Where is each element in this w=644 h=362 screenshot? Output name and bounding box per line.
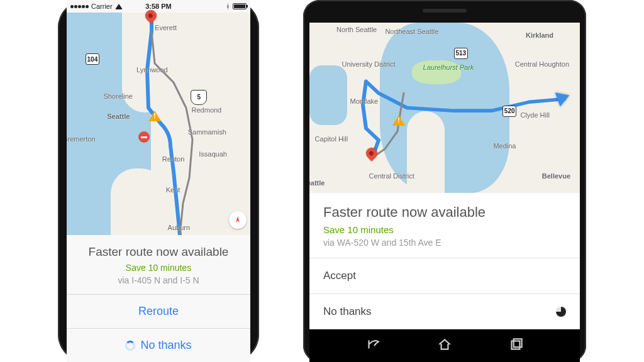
sheet-savings: Save 10 minutes (323, 224, 566, 235)
map-label: Sammamish (188, 128, 226, 136)
map-label: Northeast Seattle (385, 28, 438, 35)
reroute-sheet: Faster route now available Save 10 minut… (67, 235, 250, 362)
route-shield-520: 520 (502, 106, 516, 117)
map-label: Seattle (107, 112, 130, 120)
map-label: Central Houghton (515, 60, 569, 68)
map-label: Central District (369, 172, 414, 180)
countdown-icon (556, 307, 566, 317)
map-label: University District (342, 60, 396, 68)
compass-button[interactable] (229, 211, 247, 229)
sheet-via: via I-405 N and I-5 N (78, 275, 239, 285)
svg-marker-0 (236, 216, 240, 222)
map-label: Renton (162, 155, 184, 163)
map-label: Issaquah (199, 150, 227, 158)
reroute-sheet: Faster route now available Save 10 minut… (309, 193, 580, 329)
map-label: Lynnwood (136, 66, 168, 74)
map-label: Capitol Hill (315, 135, 348, 143)
svg-rect-2 (514, 339, 522, 347)
status-time: 3:58 PM (67, 3, 250, 10)
battery-icon (233, 3, 247, 9)
map-label: Kent (166, 186, 180, 194)
route-shield-513: 513 (454, 48, 468, 59)
sheet-via: via WA-520 W and 15th Ave E (323, 238, 566, 248)
map-label: Everett (155, 24, 177, 31)
hazard-icon: ! (392, 115, 405, 128)
sheet-title: Faster route now available (323, 204, 566, 221)
sheet-title: Faster route now available (78, 245, 239, 259)
recent-apps-button[interactable] (508, 336, 525, 355)
route-shield-104: 104 (86, 53, 99, 65)
sheet-savings: Save 10 minutes (78, 263, 239, 273)
map-label: Laurelhurst Park (423, 63, 474, 71)
reroute-button[interactable]: Reroute (67, 294, 250, 328)
destination-pin-icon (366, 148, 377, 159)
route-shield-5: 5 (191, 90, 207, 105)
map-view[interactable]: ! 513 520 North Seattle Northeast Seattl… (309, 23, 580, 193)
accept-button[interactable]: Accept (309, 258, 580, 294)
destination-pin-icon (145, 10, 157, 21)
android-screen: ! 513 520 North Seattle Northeast Seattl… (309, 23, 580, 329)
map-label: North Seattle (336, 26, 377, 33)
back-button[interactable] (365, 336, 381, 355)
map-label: Auburn (168, 224, 190, 231)
map-label: Medina (493, 142, 516, 150)
map-label: eattle (309, 179, 325, 187)
map-label: Kirkland (526, 31, 553, 39)
map-label: Clyde Hill (520, 111, 549, 119)
home-button[interactable] (436, 336, 453, 355)
no-thanks-button[interactable]: No thanks (67, 328, 250, 362)
iphone-screen: Carrier 3:58 PM ᚼ 10 (67, 0, 250, 362)
iphone-device: Carrier 3:58 PM ᚼ 10 (58, 0, 259, 362)
speaker-grille (423, 9, 467, 13)
hazard-icon: ! (148, 111, 161, 123)
map-label: Bellevue (542, 172, 570, 180)
road-closed-icon (138, 131, 150, 143)
map-label: Montlake (350, 97, 379, 105)
map-label: Bremerton (67, 135, 96, 143)
map-label: Shoreline (103, 92, 132, 100)
svg-rect-1 (511, 341, 519, 349)
android-nav-bar (309, 329, 580, 362)
spinner-icon (125, 341, 135, 351)
android-device: ! 513 520 North Seattle Northeast Seattl… (303, 0, 586, 362)
map-label: Redmond (192, 106, 222, 114)
map-view[interactable]: 104 5 ! Everett Lynnwood Shoreline Seatt… (67, 13, 250, 235)
no-thanks-button[interactable]: No thanks (309, 294, 580, 329)
ios-status-bar: Carrier 3:58 PM ᚼ (67, 0, 250, 13)
